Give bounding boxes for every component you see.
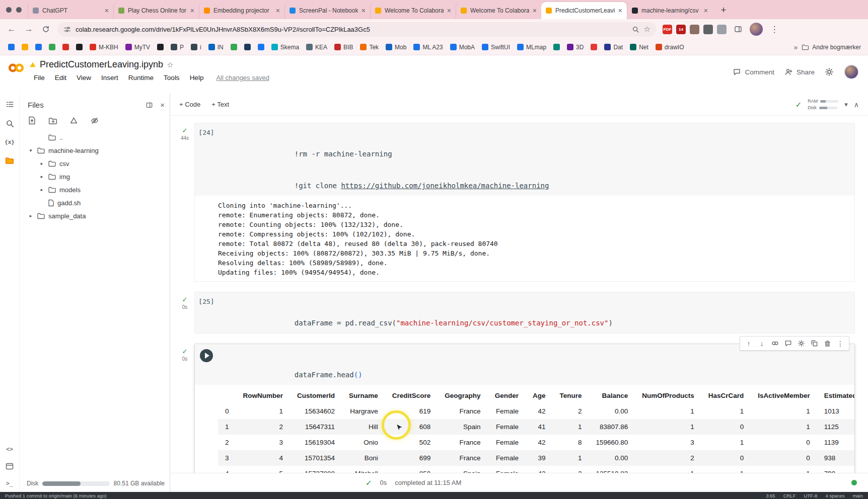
code-editor[interactable]: [25] dataFrame = pd.read_csv("machine-le… <box>195 292 854 333</box>
bookmark-item[interactable] <box>228 42 240 52</box>
menu-item[interactable]: Edit <box>50 72 71 83</box>
bookmark-item[interactable]: KEA <box>303 42 330 52</box>
new-folder-icon[interactable] <box>48 116 57 125</box>
window-button[interactable] <box>6 7 12 13</box>
bookmark-item[interactable] <box>241 42 254 52</box>
more-cell-actions-icon[interactable]: ⋮ <box>834 338 847 349</box>
add-code-button[interactable]: + Code <box>179 101 200 108</box>
bookmark-item[interactable] <box>154 42 167 52</box>
bookmark-item[interactable]: P <box>168 42 187 52</box>
browser-tab[interactable]: machine-learning/csv × <box>627 2 712 19</box>
browser-tab[interactable]: Welcome To Colaborat × <box>370 2 456 19</box>
kernel-status-dot[interactable] <box>851 480 857 485</box>
files-icon[interactable] <box>5 156 14 164</box>
settings-gear-icon[interactable] <box>825 67 834 76</box>
delete-cell-icon[interactable] <box>821 338 834 349</box>
copy-link-to-cell-icon[interactable] <box>768 338 781 349</box>
extension-icon[interactable]: PDF <box>663 25 672 34</box>
bookmark-item[interactable] <box>59 42 72 52</box>
expand-arrow-icon[interactable]: ▾ <box>28 148 34 153</box>
menu-item[interactable]: View <box>72 72 96 83</box>
search-icon[interactable] <box>6 119 14 128</box>
menu-item[interactable]: Help <box>185 72 208 83</box>
bookmark-item[interactable]: ML A23 <box>410 42 446 52</box>
notebook-filename[interactable]: PredictCustomerLeaving.ipynb <box>40 59 163 70</box>
user-avatar[interactable] <box>844 64 859 79</box>
browser-tab[interactable]: PredictCustomerLeavi × <box>541 2 627 19</box>
bookmark-star-icon[interactable]: ☆ <box>644 25 650 34</box>
file-tree-item[interactable]: ▾ machine-learning <box>20 144 170 157</box>
comment-button[interactable]: Comment <box>733 68 774 76</box>
forward-button[interactable]: → <box>23 24 34 34</box>
save-status-link[interactable]: All changes saved <box>216 74 269 81</box>
file-tree-item[interactable]: ▸ sample_data <box>20 209 170 222</box>
menu-item[interactable]: Insert <box>97 72 123 83</box>
window-button[interactable] <box>16 7 22 13</box>
code-snippets-icon[interactable]: <> <box>6 446 13 453</box>
share-button[interactable]: Share <box>784 68 815 76</box>
move-cell-down-icon[interactable]: ↓ <box>755 338 768 349</box>
other-bookmarks-folder[interactable]: Andre bogmærker <box>802 44 863 51</box>
new-tab-button[interactable]: + <box>716 3 731 17</box>
tab-close-icon[interactable]: × <box>704 7 708 14</box>
bookmark-item[interactable]: Skema <box>268 42 302 52</box>
code-editor[interactable]: [24] !rm -r machine-learning <box>195 123 854 196</box>
bookmark-item[interactable]: Dat <box>601 42 626 52</box>
tab-close-icon[interactable]: × <box>618 7 622 14</box>
bookmark-item[interactable] <box>46 42 58 52</box>
cells-scroll-area[interactable]: ✓ 44s [24] !rm -r machine-learning <box>170 116 868 473</box>
file-tree-item[interactable]: ▸ models <box>20 183 170 196</box>
bookmarks-overflow-icon[interactable]: » <box>789 43 802 51</box>
bookmark-item[interactable]: Net <box>627 42 652 52</box>
bookmark-item[interactable]: M-KBH <box>87 42 121 52</box>
open-in-tab-icon[interactable] <box>146 102 153 109</box>
table-of-contents-icon[interactable] <box>6 101 14 108</box>
bookmark-item[interactable] <box>5 42 18 52</box>
bookmark-item[interactable] <box>255 42 267 52</box>
bookmark-item[interactable]: 3D <box>564 42 587 52</box>
terminal-icon[interactable]: >_ <box>6 480 13 487</box>
back-button[interactable]: ← <box>6 24 17 34</box>
command-palette-icon[interactable] <box>6 463 14 470</box>
bookmark-item[interactable]: MobA <box>447 42 478 52</box>
browser-menu-icon[interactable]: ⋮ <box>769 24 780 35</box>
file-tree-item[interactable]: .. <box>20 131 170 144</box>
bookmark-item[interactable] <box>32 42 45 52</box>
bookmark-item[interactable]: MyTV <box>122 42 153 52</box>
file-tree-item[interactable]: ▸ img <box>20 170 170 183</box>
menu-item[interactable]: Runtime <box>124 72 158 83</box>
bookmark-item[interactable]: IN <box>205 42 227 52</box>
run-cell-button[interactable] <box>200 349 213 362</box>
zoom-icon[interactable] <box>632 26 639 33</box>
site-settings-icon[interactable] <box>63 26 71 33</box>
extension-icon[interactable] <box>703 25 713 34</box>
address-bar[interactable]: colab.research.google.com/drive/1kFxPlLv… <box>57 22 657 37</box>
execution-count[interactable]: [25] <box>195 297 218 328</box>
resource-monitor[interactable]: RAM Disk <box>808 99 838 110</box>
toggle-hidden-files-icon[interactable] <box>90 116 99 125</box>
browser-tab[interactable]: Welcome To Colaborat × <box>456 2 541 19</box>
side-panel-icon[interactable] <box>733 25 744 33</box>
bookmark-item[interactable]: Mob <box>383 42 409 52</box>
tab-close-icon[interactable]: × <box>105 7 109 14</box>
add-comment-icon[interactable] <box>781 338 794 349</box>
bookmark-item[interactable] <box>550 42 563 52</box>
reload-button[interactable] <box>40 25 51 33</box>
expand-arrow-icon[interactable]: ▸ <box>39 187 45 192</box>
bookmark-item[interactable] <box>73 42 86 52</box>
star-notebook-icon[interactable]: ☆ <box>167 60 173 69</box>
extension-icon[interactable] <box>717 25 727 34</box>
tab-close-icon[interactable]: × <box>190 7 194 14</box>
add-text-button[interactable]: + Text <box>211 101 229 108</box>
bookmark-item[interactable]: drawIO <box>653 42 687 52</box>
bookmark-item[interactable] <box>19 42 31 52</box>
expand-arrow-icon[interactable]: ▸ <box>39 174 45 179</box>
expand-arrow-icon[interactable]: ▸ <box>39 161 45 166</box>
bookmark-item[interactable]: BIB <box>331 42 356 52</box>
runtime-dropdown-icon[interactable]: ▾ <box>844 101 848 108</box>
browser-tab[interactable]: ScreenPal - Notebook × <box>284 2 370 19</box>
extension-icon[interactable]: 14 <box>676 25 686 34</box>
menu-item[interactable]: File <box>29 72 49 83</box>
browser-tab[interactable]: Embedding projector × <box>199 2 284 19</box>
move-cell-up-icon[interactable]: ↑ <box>742 338 755 349</box>
